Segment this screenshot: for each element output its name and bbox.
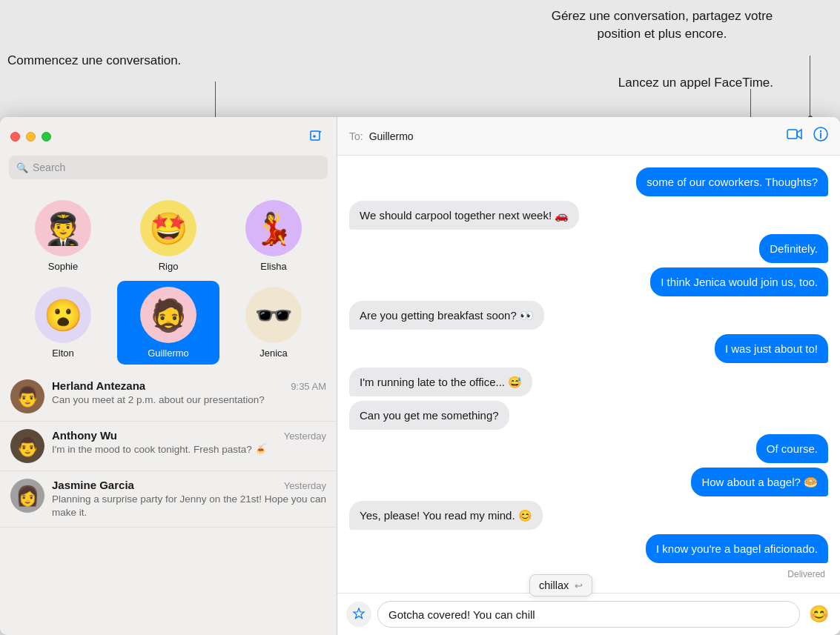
conv-time-anthony: Yesterday	[284, 430, 326, 442]
message-row-m10: How about a bagel? 🥯	[349, 468, 828, 496]
video-call-button[interactable]	[787, 128, 803, 144]
message-bubble-m8: Can you get me something?	[349, 401, 509, 430]
pinned-name-elisha: Elisha	[260, 261, 286, 272]
chat-panel: To: Guillermo some o	[337, 117, 840, 635]
message-row-m11: Yes, please! You read my mind. 😊	[349, 501, 828, 530]
annotation-line-2	[750, 89, 751, 119]
search-bar[interactable]: 🔍 Search	[9, 156, 328, 179]
traffic-lights	[10, 132, 51, 142]
conv-name-jasmine: Jasmine Garcia	[52, 479, 134, 491]
compose-button[interactable]	[305, 126, 326, 147]
message-bubble-m12: I know you're a bagel aficionado.	[646, 534, 828, 563]
message-bubble-m3: Definitely.	[759, 234, 828, 263]
autocorrect-word: chillax	[539, 579, 569, 591]
annotation-facetime: Lancez un appel FaceTime.	[618, 74, 773, 92]
pinned-name-jenica: Jenica	[259, 348, 288, 359]
chat-recipient: Guillermo	[369, 130, 781, 142]
pinned-contacts-grid: 🧑‍✈️Sophie🤩Rigo💃Elisha😮Elton🧔Guillermo🕶️…	[0, 187, 337, 372]
conv-avatar-jasmine: 👩	[10, 479, 44, 513]
titlebar	[0, 117, 337, 156]
pinned-contact-rigo[interactable]: 🤩Rigo	[117, 194, 219, 278]
pinned-contact-guillermo[interactable]: 🧔Guillermo	[117, 281, 219, 365]
conv-preview-anthony: I'm in the mood to cook tonight. Fresh p…	[52, 443, 326, 456]
pinned-contact-elton[interactable]: 😮Elton	[12, 281, 114, 365]
close-button[interactable]	[10, 132, 20, 142]
conv-content-herland: Herland Antezana9:35 AMCan you meet at 2…	[52, 379, 326, 407]
pinned-contact-elisha[interactable]: 💃Elisha	[222, 194, 325, 278]
main-window: 🔍 Search 🧑‍✈️Sophie🤩Rigo💃Elisha😮Elton🧔Gu…	[0, 117, 840, 635]
pinned-contact-jenica[interactable]: 🕶️Jenica	[222, 281, 325, 365]
conv-preview-herland: Can you meet at 2 p.m. about our present…	[52, 393, 326, 407]
messages-area: some of our coworkers. Thoughts?We shoul…	[337, 156, 840, 593]
message-bubble-m6: I was just about to!	[715, 334, 828, 363]
avatar-rigo: 🤩	[140, 200, 196, 256]
message-bubble-m9: Of course.	[756, 434, 828, 463]
message-row-m5: Are you getting breakfast soon? 👀	[349, 301, 828, 330]
sidebar: 🔍 Search 🧑‍✈️Sophie🤩Rigo💃Elisha😮Elton🧔Gu…	[0, 117, 337, 635]
conversation-list: 👨Herland Antezana9:35 AMCan you meet at …	[0, 372, 337, 635]
avatar-guillermo: 🧔	[140, 287, 196, 343]
svg-rect-0	[311, 131, 320, 140]
conv-content-anthony: Anthony WuYesterdayI'm in the mood to co…	[52, 429, 326, 456]
annotation-manage: Gérez une conversation, partagez votre p…	[529, 7, 796, 43]
pinned-name-rigo: Rigo	[159, 261, 179, 272]
svg-point-7	[820, 130, 821, 132]
message-bubble-m1: some of our coworkers. Thoughts?	[636, 167, 828, 196]
message-bubble-m4: I think Jenica would join us, too.	[650, 267, 828, 296]
minimize-button[interactable]	[26, 132, 36, 142]
conv-avatar-herland: 👨	[10, 379, 44, 413]
input-text: Gotcha covered! You can chill	[388, 608, 535, 621]
pinned-name-elton: Elton	[52, 348, 74, 359]
message-row-m4: I think Jenica would join us, too.	[349, 267, 828, 296]
message-row-m1: some of our coworkers. Thoughts?	[349, 167, 828, 196]
search-icon: 🔍	[16, 162, 28, 173]
emoji-button[interactable]: 😊	[806, 602, 831, 627]
message-bubble-m5: Are you getting breakfast soon? 👀	[349, 301, 544, 330]
input-area: Gotcha covered! You can chill 😊 chillax …	[337, 593, 840, 635]
input-row: Gotcha covered! You can chill 😊	[346, 601, 831, 628]
message-bubble-m10: How about a bagel? 🥯	[691, 468, 828, 496]
avatar-elton: 😮	[35, 287, 91, 343]
message-row-m6: I was just about to!	[349, 334, 828, 363]
message-bubble-m2: We should carpool together next week! 🚗	[349, 201, 579, 230]
pinned-contact-sophie[interactable]: 🧑‍✈️Sophie	[12, 194, 114, 278]
avatar-elisha: 💃	[245, 200, 302, 256]
message-bubble-m11: Yes, please! You read my mind. 😊	[349, 501, 543, 530]
annotation-start-conversation: Commencez une conversation.	[7, 52, 181, 70]
maximize-button[interactable]	[42, 132, 51, 142]
chat-header: To: Guillermo	[337, 117, 840, 156]
svg-rect-4	[787, 130, 797, 139]
message-input-field[interactable]: Gotcha covered! You can chill	[377, 601, 800, 628]
info-button[interactable]	[813, 127, 828, 145]
pinned-name-guillermo: Guillermo	[148, 348, 189, 359]
message-row-m9: Of course.	[349, 434, 828, 463]
message-row-m2: We should carpool together next week! 🚗	[349, 201, 828, 230]
app-store-button[interactable]	[346, 602, 371, 627]
conv-avatar-anthony: 👨	[10, 429, 44, 463]
avatar-sophie: 🧑‍✈️	[35, 200, 91, 256]
conversation-item-jasmine[interactable]: 👩Jasmine GarciaYesterdayPlanning a surpr…	[0, 471, 337, 528]
chat-actions	[787, 127, 828, 145]
autocorrect-popup[interactable]: chillax ↩	[529, 574, 592, 596]
autocorrect-undo: ↩	[575, 580, 583, 591]
conv-preview-jasmine: Planning a surprise party for Jenny on t…	[52, 493, 326, 519]
conv-time-herland: 9:35 AM	[291, 381, 326, 392]
conv-name-herland: Herland Antezana	[52, 379, 145, 392]
message-row-m7: I'm running late to the office... 😅	[349, 368, 828, 396]
message-row-m3: Definitely.	[349, 234, 828, 263]
message-row-m12: I know you're a bagel aficionado.	[349, 534, 828, 563]
message-bubble-m7: I'm running late to the office... 😅	[349, 368, 532, 396]
search-placeholder: Search	[33, 162, 65, 173]
annotation-line-3	[810, 56, 810, 117]
to-label: To:	[349, 130, 363, 142]
conv-content-jasmine: Jasmine GarciaYesterdayPlanning a surpri…	[52, 479, 326, 519]
annotation-line-1	[215, 82, 216, 119]
conversation-item-herland[interactable]: 👨Herland Antezana9:35 AMCan you meet at …	[0, 372, 337, 422]
conv-name-anthony: Anthony Wu	[52, 429, 117, 442]
conv-time-jasmine: Yesterday	[284, 480, 326, 491]
message-row-m8: Can you get me something?	[349, 401, 828, 430]
pinned-name-sophie: Sophie	[48, 261, 78, 272]
avatar-jenica: 🕶️	[245, 287, 302, 343]
conversation-item-anthony[interactable]: 👨Anthony WuYesterdayI'm in the mood to c…	[0, 422, 337, 471]
